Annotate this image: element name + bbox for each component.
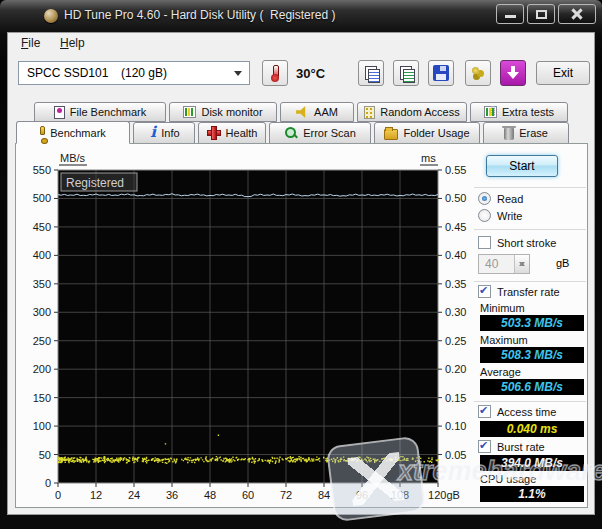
tab-row-secondary: File Benchmark Disk monitor AAM Random A… <box>34 102 568 122</box>
temperature-button[interactable] <box>262 60 288 86</box>
minimum-value: 503.3 MB/s <box>480 315 584 331</box>
exit-button[interactable]: Exit <box>536 61 590 85</box>
read-radio[interactable]: Read <box>478 192 523 205</box>
copy-image-icon <box>400 66 413 81</box>
minimize-icon <box>505 15 516 18</box>
svg-text:72: 72 <box>280 489 292 501</box>
svg-text:0: 0 <box>45 477 51 489</box>
svg-text:0.35: 0.35 <box>445 278 466 290</box>
divider <box>474 281 586 282</box>
svg-text:0.40: 0.40 <box>445 249 466 261</box>
svg-text:96: 96 <box>356 489 368 501</box>
svg-text:0.15: 0.15 <box>445 392 466 404</box>
speaker-icon <box>296 106 309 118</box>
tab-health[interactable]: Health <box>198 122 266 144</box>
divider <box>474 229 586 230</box>
burst-rate-value: 394.0 MB/s <box>480 455 584 471</box>
stepper-arrows-icon[interactable] <box>514 255 529 273</box>
svg-text:450: 450 <box>33 221 51 233</box>
tab-aam[interactable]: AAM <box>280 102 354 122</box>
tab-random-access[interactable]: Random Access <box>357 102 467 122</box>
svg-text:400: 400 <box>33 249 51 261</box>
copy-text-button[interactable] <box>358 60 384 86</box>
tab-label: Disk monitor <box>201 106 262 118</box>
benchmark-page: 0501001502002503003504004505005500.050.1… <box>15 143 588 508</box>
start-button[interactable]: Start <box>486 155 558 177</box>
tab-label: Benchmark <box>50 127 106 139</box>
window-title: HD Tune Pro 4.60 - Hard Disk Utility ( R… <box>64 8 335 22</box>
client-area: File Help SPCC SSD101 (120 gB) 30°C Exit… <box>7 32 595 515</box>
title-bar[interactable]: HD Tune Pro 4.60 - Hard Disk Utility ( R… <box>0 0 602 32</box>
keys-icon <box>470 65 486 81</box>
save-icon <box>433 65 449 81</box>
download-icon <box>506 66 520 80</box>
options-button[interactable] <box>465 60 491 86</box>
tab-file-benchmark[interactable]: File Benchmark <box>34 102 166 122</box>
transfer-rate-checkbox[interactable]: Transfer rate <box>478 285 560 298</box>
drive-select[interactable]: SPCC SSD101 (120 gB) <box>18 61 250 85</box>
cpu-usage-value: 1.1% <box>480 486 584 502</box>
menu-help[interactable]: Help <box>60 36 85 50</box>
svg-text:0.25: 0.25 <box>445 335 466 347</box>
access-time-checkbox[interactable]: Access time <box>478 405 556 418</box>
tab-label: Extra tests <box>502 106 554 118</box>
copy-text-icon <box>365 66 378 81</box>
short-stroke-stepper[interactable]: 40 <box>478 254 530 274</box>
tab-label: Info <box>161 127 179 139</box>
bar-chart-icon <box>183 106 196 118</box>
write-radio[interactable]: Write <box>478 209 522 222</box>
tab-label: File Benchmark <box>70 106 146 118</box>
average-value: 506.6 MB/s <box>480 379 584 395</box>
app-window: HD Tune Pro 4.60 - Hard Disk Utility ( R… <box>0 0 602 529</box>
tab-benchmark[interactable]: Benchmark <box>16 121 130 144</box>
benchmark-chart: 0501001502002503003504004505005500.050.1… <box>16 144 471 508</box>
access-time-value: 0.040 ms <box>480 421 584 437</box>
svg-text:84: 84 <box>318 489 330 501</box>
svg-text:200: 200 <box>33 363 51 375</box>
app-icon <box>44 9 58 23</box>
minimum-label: Minimum <box>480 302 525 314</box>
update-button[interactable] <box>500 60 526 86</box>
short-stroke-label: Short stroke <box>497 237 556 249</box>
folder-icon <box>384 129 398 140</box>
svg-text:36: 36 <box>166 489 178 501</box>
maximum-label: Maximum <box>480 334 528 346</box>
tab-row-primary: Benchmark Info Health Error Scan Folder … <box>16 122 569 144</box>
checkbox-checked-icon <box>478 405 491 418</box>
short-stroke-value: 40 <box>485 257 498 271</box>
svg-text:500: 500 <box>33 192 51 204</box>
svg-text:ms: ms <box>421 152 436 164</box>
short-stroke-checkbox[interactable]: Short stroke <box>478 236 556 249</box>
radio-selected-icon <box>478 192 491 205</box>
menu-file[interactable]: File <box>21 36 40 50</box>
magnifier-icon <box>284 126 298 140</box>
svg-text:120gB: 120gB <box>428 489 460 501</box>
tab-label: Error Scan <box>303 127 356 139</box>
radio-icon <box>478 209 491 222</box>
svg-text:50: 50 <box>39 449 51 461</box>
tab-folder-usage[interactable]: Folder Usage <box>374 122 480 144</box>
drive-name: SPCC SSD101 <box>27 66 108 80</box>
tab-error-scan[interactable]: Error Scan <box>269 122 371 144</box>
copy-image-button[interactable] <box>393 60 419 86</box>
close-icon <box>571 8 584 21</box>
tab-disk-monitor[interactable]: Disk monitor <box>169 102 277 122</box>
dotted-page-icon <box>364 106 375 119</box>
tab-info[interactable]: Info <box>133 122 195 144</box>
svg-text:MB/s: MB/s <box>60 152 86 164</box>
svg-text:24: 24 <box>128 489 140 501</box>
chevron-down-icon <box>234 71 242 80</box>
save-button[interactable] <box>428 60 454 86</box>
tab-erase[interactable]: Erase <box>483 122 569 144</box>
svg-text:150: 150 <box>33 392 51 404</box>
maximum-value: 508.3 MB/s <box>480 347 584 363</box>
burst-rate-checkbox[interactable]: Burst rate <box>478 440 545 453</box>
maximize-button[interactable] <box>527 4 555 24</box>
tab-extra-tests[interactable]: Extra tests <box>470 102 568 122</box>
divider <box>474 187 586 188</box>
tab-label: AAM <box>314 106 338 118</box>
svg-text:0.05: 0.05 <box>445 449 466 461</box>
chart-grid-icon <box>484 106 497 118</box>
minimize-button[interactable] <box>496 4 524 24</box>
close-button[interactable] <box>558 4 596 24</box>
